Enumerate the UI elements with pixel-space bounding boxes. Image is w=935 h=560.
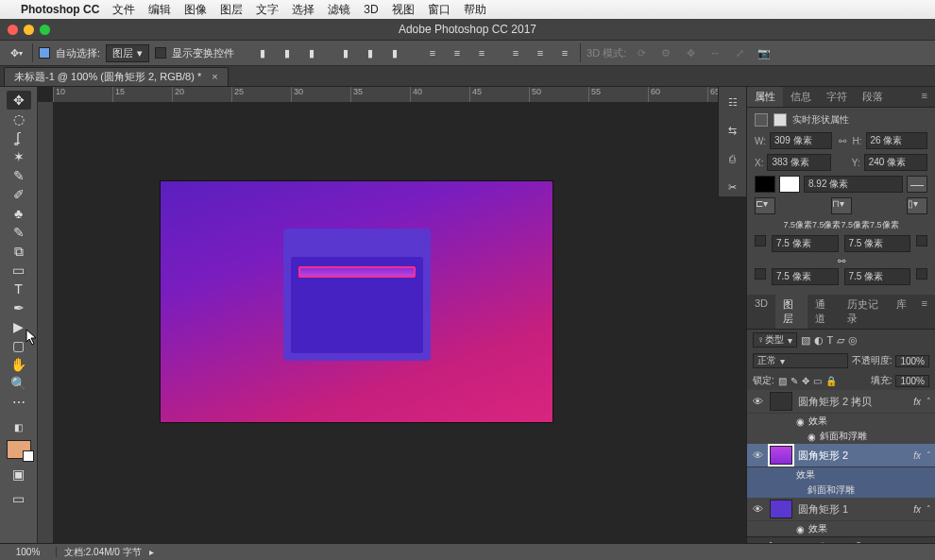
marquee-tool[interactable]: ◌ [7,110,31,128]
chevron-icon[interactable]: ˄ [926,397,931,406]
layer-effects-row[interactable]: 效果 [747,467,935,483]
chevron-right-icon[interactable]: ▸ [149,547,154,557]
menu-layer[interactable]: 图层 [220,2,243,18]
fx-badge[interactable]: fx [913,397,921,407]
type-tool[interactable]: T [7,280,31,298]
layer-thumb[interactable] [770,500,792,518]
layer-name[interactable]: 圆角矩形 2 拷贝 [798,395,872,409]
tab-paragraph[interactable]: 段落 [855,87,891,107]
filter-type-icon[interactable]: T [827,334,834,346]
corner-dropdown[interactable]: ⊓▾ [831,197,852,214]
layer-name[interactable]: 圆角矩形 2 [798,449,848,463]
tab-layers[interactable]: 图层 [775,295,808,329]
move-tool[interactable]: ✥ [7,91,31,110]
corner-tr-check[interactable] [916,235,927,246]
dist-vcenter-icon[interactable]: ≡ [448,46,467,59]
x-field[interactable]: 383 像素 [767,154,830,171]
edit-toolbar[interactable]: ⋯ [7,393,31,412]
filter-adjust-icon[interactable]: ◐ [814,334,824,347]
dist-top-icon[interactable]: ≡ [423,46,442,59]
minimize-button[interactable] [24,25,34,35]
show-transform-checkbox[interactable] [155,47,166,59]
menu-filter[interactable]: 滤镜 [328,2,350,18]
layer-row[interactable]: 👁 圆角矩形 1 fx ˄ [747,498,935,521]
magic-wand-tool[interactable]: ✶ [7,147,31,166]
layer-name[interactable]: 圆角矩形 1 [798,502,848,517]
stroke-type-dropdown[interactable]: — [907,176,927,193]
menu-image[interactable]: 图像 [184,2,207,18]
rounded-rect-outer[interactable] [283,229,431,361]
fg-bg-default-icon[interactable]: ◧ [7,417,31,436]
height-field[interactable]: 26 像素 [866,132,927,149]
lock-pixel-icon[interactable]: ✎ [790,376,798,386]
close-icon[interactable]: × [212,71,217,82]
selected-rounded-rect[interactable] [298,266,416,278]
layer-effect-bevel[interactable]: 斜面和浮雕 [747,483,935,498]
dist-bottom-icon[interactable]: ≡ [472,46,491,59]
fx-badge[interactable]: fx [913,450,921,461]
link-corners-icon[interactable]: ⚯ [755,256,927,266]
lasso-tool[interactable]: ʆ [7,128,31,147]
auto-select-dropdown[interactable]: 图层▾ [106,44,149,62]
quick-mask-tool[interactable]: ▣ [7,465,31,484]
corner-tl-field[interactable]: 7.5 像素 [772,235,839,252]
panel-menu-icon[interactable]: ≡ [914,295,935,329]
align-right-icon[interactable]: ▮ [385,46,404,59]
visibility-icon[interactable]: 👁 [751,450,764,461]
canvas[interactable] [161,181,552,422]
visibility-icon[interactable]: 👁 [751,396,764,407]
filter-pixel-icon[interactable]: ▧ [801,334,810,347]
cap-dropdown[interactable]: ⊏▾ [755,197,775,214]
panel-menu-icon[interactable]: ≡ [914,87,935,107]
fill-field[interactable]: 100% [895,375,929,387]
corner-br-field[interactable]: 7.5 像素 [844,268,911,285]
layer-row[interactable]: 👁 圆角矩形 2 拷贝 fx ˄ [747,390,935,414]
layer-thumb[interactable] [770,392,792,411]
dist-hcenter-icon[interactable]: ≡ [531,46,550,59]
tab-3d[interactable]: 3D [747,295,775,329]
screen-mode-tool[interactable]: ▭ [7,489,31,508]
clone-tool[interactable]: ⧉ [7,242,31,261]
layer-effects-row[interactable]: ◉ 效果 [747,521,935,536]
blend-mode-dropdown[interactable]: 正常 ▾ [753,353,848,368]
menu-type[interactable]: 文字 [256,2,279,18]
align-vcenter-icon[interactable]: ▮ [278,46,297,59]
stroke-width-field[interactable]: 8.92 像素 [804,176,903,193]
corner-bl-check[interactable] [755,268,766,280]
canvas-area[interactable]: 101520253035404550556065 [38,87,746,543]
y-field[interactable]: 240 像素 [864,154,927,171]
tab-library[interactable]: 库 [889,295,914,329]
filter-kind-dropdown[interactable]: ♀类型 ▾ [753,332,797,348]
layer-effects-row[interactable]: ◉ 效果 [747,414,935,429]
menu-edit[interactable]: 编辑 [148,2,171,18]
tab-properties[interactable]: 属性 [747,87,783,107]
menu-file[interactable]: 文件 [112,2,135,18]
corner-tr-field[interactable]: 7.5 像素 [844,235,911,252]
align-bottom-icon[interactable]: ▮ [302,46,321,59]
visibility-icon[interactable]: 👁 [751,503,764,515]
tab-history[interactable]: 历史记录 [840,295,889,329]
align-top-edges-icon[interactable]: ▮ [253,46,272,59]
menu-help[interactable]: 帮助 [464,2,486,18]
doc-info[interactable]: 文档:2.04M/0 字节 [57,546,149,559]
link-wh-icon[interactable]: ⚯ [836,136,849,146]
history-panel-icon[interactable]: ☷ [723,93,742,111]
align-dropdown[interactable]: ▯▾ [907,197,927,214]
corner-tl-check[interactable] [755,235,766,246]
menu-select[interactable]: 选择 [292,2,314,18]
align-hcenter-icon[interactable]: ▮ [361,46,380,59]
dist-right-icon[interactable]: ≡ [555,46,574,59]
lock-artboard-icon[interactable]: ▭ [813,376,822,386]
doc-tab[interactable]: 未标题-1 @ 100% (圆角矩形 2, RGB/8) * × [4,67,229,86]
menu-3d[interactable]: 3D [364,3,378,16]
maximize-button[interactable] [40,25,50,35]
brush-tool[interactable]: ✎ [7,223,31,242]
fill-swatch[interactable] [755,176,775,193]
width-field[interactable]: 309 像素 [770,132,831,149]
chevron-icon[interactable]: ˄ [926,450,931,460]
corner-br-check[interactable] [916,268,927,280]
layer-row[interactable]: 👁 圆角矩形 2 fx ˄ [747,444,935,467]
eyedropper-tool[interactable]: ✐ [7,185,31,204]
lock-trans-icon[interactable]: ▨ [778,376,787,386]
tab-info[interactable]: 信息 [783,87,819,107]
